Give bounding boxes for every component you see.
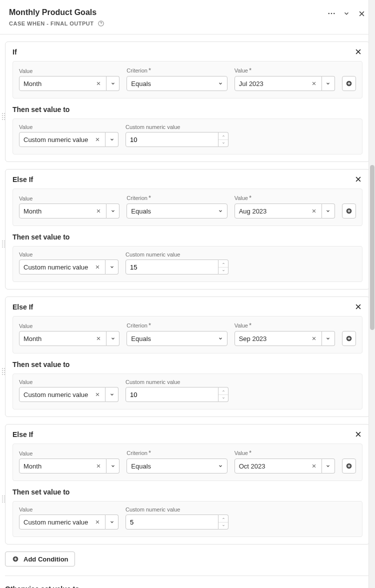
criterion-value: Equals <box>131 335 151 342</box>
value-combo[interactable]: Oct 2023 <box>234 458 335 474</box>
numeric-input[interactable] <box>126 514 218 530</box>
stepper-up-icon[interactable] <box>218 515 228 522</box>
scrollbar[interactable] <box>368 0 375 588</box>
value-text: Sep 2023 <box>239 335 267 342</box>
criterion-select[interactable]: Equals <box>126 204 227 218</box>
clear-icon[interactable] <box>94 392 101 397</box>
block-title: Else If <box>12 430 33 438</box>
criterion-select[interactable]: Equals <box>126 331 227 346</box>
remove-block-icon[interactable] <box>354 430 362 438</box>
field-label: Value* <box>234 322 335 329</box>
chevron-down-icon[interactable] <box>106 387 118 402</box>
field-label: Value <box>19 379 118 385</box>
then-type-combo[interactable]: Custom numeric value <box>19 260 118 274</box>
numeric-stepper[interactable] <box>126 132 228 147</box>
svg-point-2 <box>328 13 330 14</box>
help-icon[interactable] <box>96 19 106 28</box>
stepper-down-icon[interactable] <box>218 522 228 530</box>
clear-icon[interactable] <box>94 137 101 142</box>
chevron-down-icon[interactable] <box>106 260 118 274</box>
then-type-combo[interactable]: Custom numeric value <box>19 132 118 147</box>
clear-icon[interactable] <box>310 464 318 468</box>
criterion-select[interactable]: Equals <box>126 76 227 91</box>
clear-icon[interactable] <box>310 81 318 86</box>
block-title: Else If <box>12 303 33 311</box>
clear-icon[interactable] <box>310 336 318 341</box>
field-label: Criterion* <box>126 449 227 456</box>
chevron-down-icon[interactable] <box>106 514 118 530</box>
value-combo[interactable]: Aug 2023 <box>234 204 335 218</box>
stepper-down-icon[interactable] <box>218 268 228 274</box>
chevron-down-icon[interactable] <box>322 204 335 218</box>
add-condition-icon[interactable] <box>342 76 356 91</box>
drag-handle-icon[interactable] <box>2 112 6 121</box>
stepper-down-icon[interactable] <box>218 395 228 402</box>
clear-icon[interactable] <box>310 208 318 214</box>
value-text: Aug 2023 <box>239 208 267 215</box>
drag-handle-icon[interactable] <box>2 494 6 504</box>
chevron-down-icon[interactable] <box>322 331 335 346</box>
close-icon[interactable] <box>357 9 366 18</box>
remove-block-icon[interactable] <box>354 303 362 311</box>
value-combo[interactable]: Sep 2023 <box>234 331 335 346</box>
then-type-combo[interactable]: Custom numeric value <box>19 514 118 530</box>
stepper-up-icon[interactable] <box>218 260 228 268</box>
chevron-down-icon[interactable] <box>322 76 335 91</box>
scrollbar-thumb[interactable] <box>370 165 374 330</box>
field-combo[interactable]: Month <box>19 76 120 91</box>
numeric-input[interactable] <box>126 387 218 402</box>
field-label: Value* <box>234 66 335 74</box>
then-type-combo[interactable]: Custom numeric value <box>19 387 118 402</box>
chevron-down-icon[interactable] <box>106 132 118 147</box>
clear-icon[interactable] <box>95 81 102 86</box>
numeric-input[interactable] <box>126 132 218 147</box>
field-label: Value <box>19 68 120 74</box>
clear-icon[interactable] <box>94 264 101 270</box>
remove-block-icon[interactable] <box>354 176 362 184</box>
numeric-stepper[interactable] <box>126 387 228 402</box>
criterion-select[interactable]: Equals <box>126 458 227 474</box>
then-label: Then set value to <box>6 106 370 118</box>
field-combo[interactable]: Month <box>19 331 120 346</box>
stepper-up-icon[interactable] <box>218 132 228 140</box>
block-title: If <box>12 48 17 56</box>
chevron-down-icon[interactable] <box>106 458 120 474</box>
field-label: Value <box>19 323 120 329</box>
chevron-down-icon[interactable] <box>106 204 120 218</box>
chevron-down-icon[interactable] <box>342 9 351 18</box>
numeric-input[interactable] <box>126 260 218 274</box>
stepper-up-icon[interactable] <box>218 388 228 395</box>
drag-handle-icon[interactable] <box>2 240 6 248</box>
add-condition-button[interactable]: Add Condition <box>5 552 75 566</box>
add-condition-icon[interactable] <box>342 458 356 474</box>
value-combo[interactable]: Jul 2023 <box>234 76 335 91</box>
chevron-down-icon[interactable] <box>322 458 335 474</box>
numeric-stepper[interactable] <box>126 260 228 274</box>
numeric-stepper[interactable] <box>126 514 228 530</box>
more-icon[interactable] <box>327 9 336 18</box>
criterion-value: Equals <box>131 80 151 88</box>
clear-icon[interactable] <box>95 464 102 468</box>
field-label: Value <box>19 124 118 130</box>
field-label: Value <box>19 252 118 258</box>
stepper-down-icon[interactable] <box>218 140 228 147</box>
criterion-value: Equals <box>131 462 151 470</box>
clear-icon[interactable] <box>94 520 101 524</box>
clear-icon[interactable] <box>95 208 102 214</box>
field-combo[interactable]: Month <box>19 458 120 474</box>
field-value: Month <box>24 462 42 470</box>
clear-icon[interactable] <box>95 336 102 341</box>
condition-block: Else If Value Month Criterion* Equals Va… <box>5 424 370 544</box>
add-condition-icon[interactable] <box>342 204 356 218</box>
field-label: Value* <box>234 194 335 202</box>
field-combo[interactable]: Month <box>19 204 120 218</box>
otherwise-label: Otherwise set value to <box>5 585 370 588</box>
field-label: Custom numeric value <box>126 506 228 512</box>
remove-block-icon[interactable] <box>354 48 362 56</box>
chevron-down-icon[interactable] <box>106 76 120 91</box>
add-condition-icon[interactable] <box>342 331 356 346</box>
content-area: If Value Month Criterion* Equals <box>0 34 375 588</box>
drag-handle-icon[interactable] <box>2 367 6 376</box>
chevron-down-icon[interactable] <box>106 331 120 346</box>
field-value: Month <box>24 335 42 342</box>
